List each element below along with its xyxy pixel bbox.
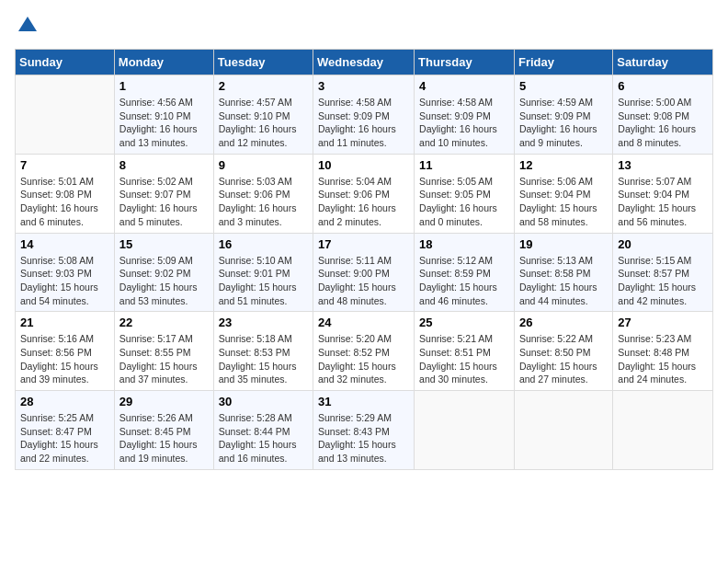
calendar-cell: 16Sunrise: 5:10 AMSunset: 9:01 PMDayligh…	[213, 233, 313, 312]
day-number: 6	[618, 79, 708, 93]
weekday-header: Friday	[514, 50, 612, 75]
calendar-cell: 4Sunrise: 4:58 AMSunset: 9:09 PMDaylight…	[415, 75, 515, 155]
day-info: Sunrise: 5:20 AMSunset: 8:52 PMDaylight:…	[318, 332, 409, 386]
day-info: Sunrise: 5:21 AMSunset: 8:51 PMDaylight:…	[419, 332, 509, 386]
calendar-cell: 20Sunrise: 5:15 AMSunset: 8:57 PMDayligh…	[613, 233, 713, 312]
day-info: Sunrise: 5:25 AMSunset: 8:47 PMDaylight:…	[20, 411, 109, 465]
day-number: 19	[519, 237, 608, 251]
day-info: Sunrise: 5:18 AMSunset: 8:53 PMDaylight:…	[219, 332, 308, 386]
day-info: Sunrise: 4:56 AMSunset: 9:10 PMDaylight:…	[119, 96, 209, 150]
calendar-cell: 25Sunrise: 5:21 AMSunset: 8:51 PMDayligh…	[415, 312, 515, 391]
calendar-cell: 3Sunrise: 4:58 AMSunset: 9:09 PMDaylight…	[313, 75, 415, 155]
day-number: 28	[20, 395, 109, 408]
day-number: 4	[419, 79, 509, 93]
calendar-cell: 26Sunrise: 5:22 AMSunset: 8:50 PMDayligh…	[514, 312, 612, 391]
day-info: Sunrise: 5:09 AMSunset: 9:02 PMDaylight:…	[119, 254, 209, 308]
calendar-cell: 6Sunrise: 5:00 AMSunset: 9:08 PMDaylight…	[613, 75, 713, 155]
calendar-cell: 22Sunrise: 5:17 AMSunset: 8:55 PMDayligh…	[114, 312, 213, 391]
day-number: 29	[119, 395, 209, 408]
day-info: Sunrise: 5:15 AMSunset: 8:57 PMDaylight:…	[618, 254, 708, 308]
day-number: 8	[119, 158, 209, 172]
day-info: Sunrise: 4:57 AMSunset: 9:10 PMDaylight:…	[219, 96, 308, 150]
day-info: Sunrise: 5:16 AMSunset: 8:56 PMDaylight:…	[20, 332, 109, 386]
day-info: Sunrise: 5:03 AMSunset: 9:06 PMDaylight:…	[219, 175, 308, 229]
calendar-cell: 28Sunrise: 5:25 AMSunset: 8:47 PMDayligh…	[16, 391, 115, 470]
calendar-cell: 5Sunrise: 4:59 AMSunset: 9:09 PMDaylight…	[514, 75, 612, 155]
day-info: Sunrise: 5:10 AMSunset: 9:01 PMDaylight:…	[219, 254, 308, 308]
day-info: Sunrise: 5:23 AMSunset: 8:48 PMDaylight:…	[618, 332, 708, 386]
day-number: 15	[119, 237, 209, 251]
day-number: 25	[419, 316, 509, 329]
calendar-table: SundayMondayTuesdayWednesdayThursdayFrid…	[15, 49, 713, 470]
day-number: 31	[318, 395, 409, 408]
day-number: 2	[219, 79, 308, 93]
day-number: 16	[219, 237, 308, 251]
calendar-week-row: 28Sunrise: 5:25 AMSunset: 8:47 PMDayligh…	[16, 391, 713, 470]
day-number: 22	[119, 316, 209, 329]
day-number: 23	[219, 316, 308, 329]
calendar-cell: 13Sunrise: 5:07 AMSunset: 9:04 PMDayligh…	[613, 154, 713, 233]
weekday-header: Monday	[114, 50, 213, 75]
calendar-cell: 7Sunrise: 5:01 AMSunset: 9:08 PMDaylight…	[16, 154, 115, 233]
day-number: 11	[419, 158, 509, 172]
calendar-cell: 19Sunrise: 5:13 AMSunset: 8:58 PMDayligh…	[514, 233, 612, 312]
calendar-cell: 27Sunrise: 5:23 AMSunset: 8:48 PMDayligh…	[613, 312, 713, 391]
calendar-cell: 30Sunrise: 5:28 AMSunset: 8:44 PMDayligh…	[213, 391, 313, 470]
svg-marker-0	[18, 17, 37, 31]
calendar-cell: 24Sunrise: 5:20 AMSunset: 8:52 PMDayligh…	[313, 312, 415, 391]
calendar-cell: 12Sunrise: 5:06 AMSunset: 9:04 PMDayligh…	[514, 154, 612, 233]
day-number: 17	[318, 237, 409, 251]
calendar-week-row: 1Sunrise: 4:56 AMSunset: 9:10 PMDaylight…	[16, 75, 713, 155]
page-header	[15, 15, 713, 41]
day-info: Sunrise: 5:00 AMSunset: 9:08 PMDaylight:…	[618, 96, 708, 150]
day-info: Sunrise: 5:28 AMSunset: 8:44 PMDaylight:…	[219, 411, 308, 465]
calendar-cell: 1Sunrise: 4:56 AMSunset: 9:10 PMDaylight…	[114, 75, 213, 155]
day-number: 7	[20, 158, 109, 172]
day-number: 21	[20, 316, 109, 329]
weekday-header: Sunday	[16, 50, 115, 75]
day-number: 18	[419, 237, 509, 251]
day-info: Sunrise: 5:29 AMSunset: 8:43 PMDaylight:…	[318, 411, 409, 465]
day-number: 9	[219, 158, 308, 172]
calendar-cell: 17Sunrise: 5:11 AMSunset: 9:00 PMDayligh…	[313, 233, 415, 312]
weekday-header: Tuesday	[213, 50, 313, 75]
day-number: 27	[618, 316, 708, 329]
day-number: 14	[20, 237, 109, 251]
day-info: Sunrise: 4:58 AMSunset: 9:09 PMDaylight:…	[419, 96, 509, 150]
day-info: Sunrise: 5:26 AMSunset: 8:45 PMDaylight:…	[119, 411, 209, 465]
calendar-header-row: SundayMondayTuesdayWednesdayThursdayFrid…	[16, 50, 713, 75]
day-info: Sunrise: 5:05 AMSunset: 9:05 PMDaylight:…	[419, 175, 509, 229]
day-info: Sunrise: 4:58 AMSunset: 9:09 PMDaylight:…	[318, 96, 409, 150]
calendar-cell: 23Sunrise: 5:18 AMSunset: 8:53 PMDayligh…	[213, 312, 313, 391]
calendar-cell: 29Sunrise: 5:26 AMSunset: 8:45 PMDayligh…	[114, 391, 213, 470]
calendar-cell: 14Sunrise: 5:08 AMSunset: 9:03 PMDayligh…	[16, 233, 115, 312]
day-info: Sunrise: 5:22 AMSunset: 8:50 PMDaylight:…	[519, 332, 608, 386]
calendar-cell: 2Sunrise: 4:57 AMSunset: 9:10 PMDaylight…	[213, 75, 313, 155]
logo-icon	[17, 15, 39, 37]
calendar-cell	[415, 391, 515, 470]
day-info: Sunrise: 5:06 AMSunset: 9:04 PMDaylight:…	[519, 175, 608, 229]
day-info: Sunrise: 5:17 AMSunset: 8:55 PMDaylight:…	[119, 332, 209, 386]
day-number: 24	[318, 316, 409, 329]
calendar-week-row: 14Sunrise: 5:08 AMSunset: 9:03 PMDayligh…	[16, 233, 713, 312]
weekday-header: Thursday	[415, 50, 515, 75]
calendar-cell	[613, 391, 713, 470]
day-info: Sunrise: 4:59 AMSunset: 9:09 PMDaylight:…	[519, 96, 608, 150]
logo	[15, 15, 39, 41]
calendar-cell: 8Sunrise: 5:02 AMSunset: 9:07 PMDaylight…	[114, 154, 213, 233]
day-number: 26	[519, 316, 608, 329]
day-info: Sunrise: 5:13 AMSunset: 8:58 PMDaylight:…	[519, 254, 608, 308]
day-info: Sunrise: 5:04 AMSunset: 9:06 PMDaylight:…	[318, 175, 409, 229]
calendar-cell: 9Sunrise: 5:03 AMSunset: 9:06 PMDaylight…	[213, 154, 313, 233]
day-info: Sunrise: 5:07 AMSunset: 9:04 PMDaylight:…	[618, 175, 708, 229]
day-info: Sunrise: 5:12 AMSunset: 8:59 PMDaylight:…	[419, 254, 509, 308]
calendar-cell: 18Sunrise: 5:12 AMSunset: 8:59 PMDayligh…	[415, 233, 515, 312]
day-number: 30	[219, 395, 308, 408]
day-info: Sunrise: 5:11 AMSunset: 9:00 PMDaylight:…	[318, 254, 409, 308]
day-number: 1	[119, 79, 209, 93]
day-number: 10	[318, 158, 409, 172]
day-number: 13	[618, 158, 708, 172]
day-info: Sunrise: 5:01 AMSunset: 9:08 PMDaylight:…	[20, 175, 109, 229]
calendar-cell: 31Sunrise: 5:29 AMSunset: 8:43 PMDayligh…	[313, 391, 415, 470]
day-info: Sunrise: 5:08 AMSunset: 9:03 PMDaylight:…	[20, 254, 109, 308]
